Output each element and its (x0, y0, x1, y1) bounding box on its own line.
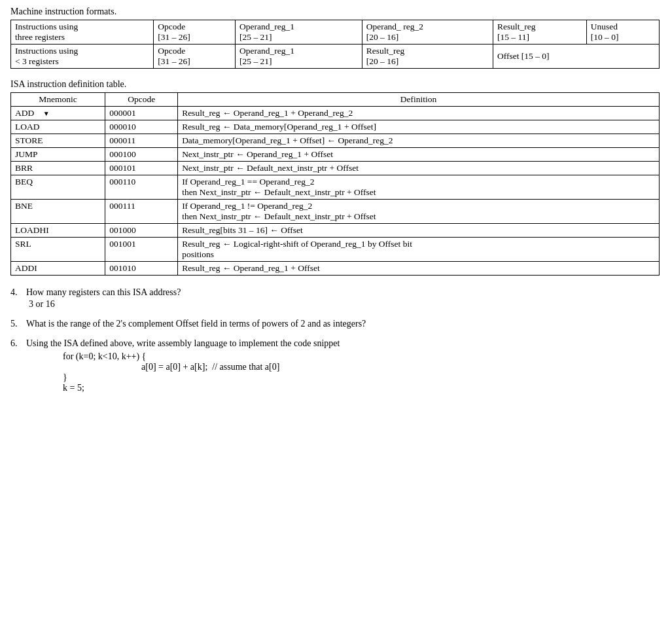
opcode-load: 000010 (105, 120, 178, 134)
header-definition: Definition (178, 93, 660, 107)
row1-col1: Instructions usingthree registers (11, 20, 154, 45)
header-opcode: Opcode (105, 93, 178, 107)
isa-row-srl: SRL 001001 Result_reg ← Logical-right-sh… (11, 238, 660, 262)
q4-answer: 3 or 16 (29, 299, 660, 310)
opcode-store: 000011 (105, 134, 178, 148)
row1-col5: Result_reg[15 – 11] (493, 20, 586, 45)
code-line-3: } (63, 372, 660, 383)
q5-num: 5. (10, 319, 24, 329)
isa-row-addi: ADDI 001010 Result_reg ← Operand_reg_1 +… (11, 262, 660, 276)
opcode-jump: 000100 (105, 148, 178, 162)
def-brr: Next_instr_ptr ← Default_next_instr_ptr … (178, 162, 660, 175)
mnemonic-add: ADD ▼ (11, 107, 105, 120)
mnemonic-store: STORE (11, 134, 105, 148)
isa-row-store: STORE 000011 Data_memory[Operand_reg_1 +… (11, 134, 660, 148)
row2-col3: Operand_reg_1[25 – 21] (236, 45, 362, 69)
format-table: Instructions usingthree registers Opcode… (10, 20, 660, 69)
isa-header-row: Mnemonic Opcode Definition (11, 93, 660, 107)
isa-row-load: LOAD 000010 Result_reg ← Data_memory[Ope… (11, 120, 660, 134)
questions-section: 4. How many registers can this ISA addre… (10, 287, 660, 393)
mnemonic-brr: BRR (11, 162, 105, 175)
row1-col3: Operand_reg_1[25 – 21] (236, 20, 362, 45)
isa-table: Mnemonic Opcode Definition ADD ▼ 000001 … (10, 92, 660, 276)
table-row: Instructions using< 3 registers Opcode[3… (11, 45, 660, 69)
q4-num: 4. (10, 287, 24, 298)
opcode-srl: 001001 (105, 238, 178, 262)
isa-section: ISA instruction definition table. Mnemon… (10, 79, 660, 276)
opcode-addi: 001010 (105, 262, 178, 276)
isa-row-loadhi: LOADHI 001000 Result_reg[bits 31 – 16] ←… (11, 224, 660, 238)
mnemonic-load: LOAD (11, 120, 105, 134)
isa-title: ISA instruction definition table. (10, 79, 660, 90)
mnemonic-addi: ADDI (11, 262, 105, 276)
row2-col2: Opcode[31 – 26] (154, 45, 236, 69)
code-block: for (k=0; k<10, k++) { a[0] = a[0] + a[k… (63, 351, 660, 393)
def-store: Data_memory[Operand_reg_1 + Offset] ← Op… (178, 134, 660, 148)
mnemonic-loadhi: LOADHI (11, 224, 105, 238)
def-bne: If Operand_reg_1 != Operand_reg_2then Ne… (178, 200, 660, 224)
opcode-beq: 000110 (105, 175, 178, 200)
format-title: Machine instruction formats. (10, 7, 660, 17)
def-addi: Result_reg ← Operand_reg_1 + Offset (178, 262, 660, 276)
row2-col5: Offset [15 – 0] (493, 45, 659, 69)
def-add: Result_reg ← Operand_reg_1 + Operand_reg… (178, 107, 660, 120)
isa-row-add: ADD ▼ 000001 Result_reg ← Operand_reg_1 … (11, 107, 660, 120)
question-4: 4. How many registers can this ISA addre… (10, 287, 660, 310)
header-mnemonic: Mnemonic (11, 93, 105, 107)
def-load: Result_reg ← Data_memory[Operand_reg_1 +… (178, 120, 660, 134)
table-row: Instructions usingthree registers Opcode… (11, 20, 660, 45)
row2-col1: Instructions using< 3 registers (11, 45, 154, 69)
isa-row-bne: BNE 000111 If Operand_reg_1 != Operand_r… (11, 200, 660, 224)
mnemonic-jump: JUMP (11, 148, 105, 162)
mnemonic-bne: BNE (11, 200, 105, 224)
question-5: 5. What is the range of the 2's compleme… (10, 319, 660, 329)
opcode-bne: 000111 (105, 200, 178, 224)
isa-row-beq: BEQ 000110 If Operand_reg_1 == Operand_r… (11, 175, 660, 200)
def-loadhi: Result_reg[bits 31 – 16] ← Offset (178, 224, 660, 238)
row1-col6: Unused[10 – 0] (586, 20, 659, 45)
def-srl: Result_reg ← Logical-right-shift of Oper… (178, 238, 660, 262)
code-line-4: k = 5; (63, 383, 660, 393)
isa-row-jump: JUMP 000100 Next_instr_ptr ← Operand_reg… (11, 148, 660, 162)
isa-row-brr: BRR 000101 Next_instr_ptr ← Default_next… (11, 162, 660, 175)
q5-text: What is the range of the 2's complement … (26, 319, 366, 329)
opcode-add: 000001 (105, 107, 178, 120)
row1-col4: Operand_ reg_2[20 – 16] (362, 20, 493, 45)
row2-col4: Result_reg[20 – 16] (362, 45, 493, 69)
def-beq: If Operand_reg_1 == Operand_reg_2then Ne… (178, 175, 660, 200)
opcode-brr: 000101 (105, 162, 178, 175)
row1-col2: Opcode[31 – 26] (154, 20, 236, 45)
mnemonic-beq: BEQ (11, 175, 105, 200)
opcode-loadhi: 001000 (105, 224, 178, 238)
format-section: Machine instruction formats. Instruction… (10, 7, 660, 69)
code-line-1: for (k=0; k<10, k++) { (63, 351, 660, 362)
question-6: 6. Using the ISA defined above, write as… (10, 338, 660, 393)
q6-num: 6. (10, 338, 24, 349)
q4-text: How many registers can this ISA address? (26, 287, 181, 298)
def-jump: Next_instr_ptr ← Operand_reg_1 + Offset (178, 148, 660, 162)
code-line-2: a[0] = a[0] + a[k]; // assume that a[0] (141, 362, 660, 372)
mnemonic-srl: SRL (11, 238, 105, 262)
q6-text: Using the ISA defined above, write assem… (26, 338, 340, 349)
